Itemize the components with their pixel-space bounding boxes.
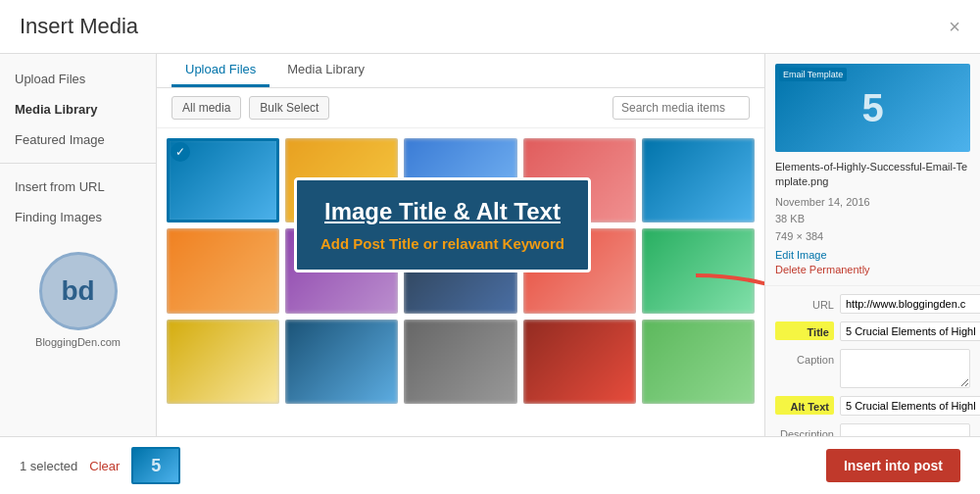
attachment-filesize: 38 KB [775, 211, 970, 228]
footer-left: 1 selected Clear 5 [20, 447, 180, 484]
media-thumbnail [285, 138, 398, 222]
media-item[interactable] [523, 138, 636, 222]
description-input[interactable] [840, 423, 970, 436]
clear-link[interactable]: Clear [89, 459, 120, 473]
thumb-number: 5 [151, 456, 161, 476]
attachment-preview: Email Template 5 [775, 64, 970, 152]
attachment-date: November 14, 2016 [775, 194, 970, 212]
attachment-info: Email Template 5 Elements-of-Highly-Succ… [765, 54, 980, 286]
media-item[interactable] [167, 320, 279, 404]
media-thumbnail [285, 320, 398, 404]
media-thumbnail [404, 228, 516, 313]
modal-body: Upload Files Media Library Featured Imag… [0, 54, 980, 436]
media-item[interactable] [642, 320, 755, 404]
media-item[interactable] [285, 138, 398, 222]
attachment-dimensions: 749 × 384 [775, 228, 970, 246]
close-button[interactable]: × [949, 17, 960, 36]
media-grid-wrapper: ✓ [157, 128, 764, 436]
logo-circle: bd [39, 252, 118, 330]
tab-upload-files[interactable]: Upload Files [172, 54, 270, 87]
preview-number: 5 [861, 86, 883, 130]
media-item[interactable] [523, 228, 636, 313]
media-thumbnail [642, 320, 755, 404]
caption-input[interactable] [840, 349, 970, 388]
media-thumbnail [167, 138, 279, 222]
media-thumbnail [642, 138, 755, 222]
preview-badge: Email Template [779, 68, 847, 81]
title-label: Title [775, 321, 834, 340]
sidebar-item-upload-files[interactable]: Upload Files [0, 64, 156, 94]
filter-button[interactable]: All media [172, 96, 241, 120]
media-item[interactable] [404, 138, 516, 222]
title-field-row: Title [775, 321, 970, 341]
media-thumbnail [404, 320, 516, 404]
modal-title: Insert Media [20, 14, 138, 39]
insert-into-post-button[interactable]: Insert into post [826, 449, 960, 482]
media-thumbnail [167, 228, 279, 313]
alt-text-label: Alt Text [775, 396, 834, 415]
media-item[interactable] [285, 320, 398, 404]
insert-media-modal: Insert Media × Upload Files Media Librar… [0, 0, 980, 494]
media-item[interactable] [642, 138, 755, 222]
description-field-row: Description [775, 423, 970, 436]
alt-text-input[interactable] [840, 396, 980, 416]
sidebar-item-finding-images[interactable]: Finding Images [0, 202, 156, 232]
media-thumbnail [285, 228, 398, 313]
media-item[interactable] [642, 228, 755, 313]
tab-media-library[interactable]: Media Library [273, 54, 378, 87]
media-item[interactable] [404, 228, 516, 313]
modal-header: Insert Media × [0, 0, 980, 54]
sidebar-item-featured-image[interactable]: Featured Image [0, 124, 156, 155]
tabs: Upload Files Media Library [157, 54, 764, 88]
search-input[interactable] [612, 96, 750, 120]
bulk-select-button[interactable]: Bulk Select [249, 96, 329, 120]
sidebar: Upload Files Media Library Featured Imag… [0, 54, 157, 436]
media-thumbnail [523, 228, 636, 313]
media-item[interactable]: ✓ [167, 138, 279, 222]
media-grid: ✓ [167, 138, 755, 404]
sidebar-logo: bd BloggingDen.com [0, 232, 156, 368]
url-field-row: URL [775, 294, 970, 314]
media-thumbnail [167, 320, 279, 404]
media-item[interactable] [523, 320, 636, 404]
logo-initials: bd [61, 275, 94, 307]
edit-image-link[interactable]: Edit Image [775, 249, 970, 261]
attachment-filename: Elements-of-Highly-Successful-Email-Temp… [775, 160, 970, 190]
caption-field-row: Caption [775, 349, 970, 388]
right-panel: Email Template 5 Elements-of-Highly-Succ… [764, 54, 980, 436]
toolbar: All media Bulk Select [157, 88, 764, 128]
media-item[interactable] [167, 228, 279, 313]
alt-text-field-row: Alt Text [775, 396, 970, 416]
modal-footer: 1 selected Clear 5 Insert into post [0, 436, 980, 494]
url-label: URL [775, 294, 834, 311]
sidebar-divider [0, 163, 156, 164]
media-item[interactable] [404, 320, 516, 404]
media-thumbnail [642, 228, 755, 313]
media-thumbnail [523, 320, 636, 404]
main-content: Upload Files Media Library All media Bul… [157, 54, 764, 436]
selected-count: 1 selected [20, 459, 77, 473]
media-thumbnail [404, 138, 516, 222]
logo-site-name: BloggingDen.com [35, 336, 121, 348]
sidebar-item-insert-from-url[interactable]: Insert from URL [0, 172, 156, 202]
caption-label: Caption [775, 349, 834, 366]
selected-thumbnail: 5 [131, 447, 180, 484]
media-item[interactable] [285, 228, 398, 313]
selected-checkmark: ✓ [171, 142, 190, 162]
url-input[interactable] [840, 294, 980, 314]
delete-permanently-link[interactable]: Delete Permanently [775, 264, 970, 275]
media-thumbnail [523, 138, 636, 222]
sidebar-item-media-library[interactable]: Media Library [0, 94, 156, 124]
title-input[interactable] [840, 321, 980, 341]
attachment-fields: URL Title Caption Alt Text [765, 286, 980, 436]
description-label: Description [775, 423, 834, 436]
